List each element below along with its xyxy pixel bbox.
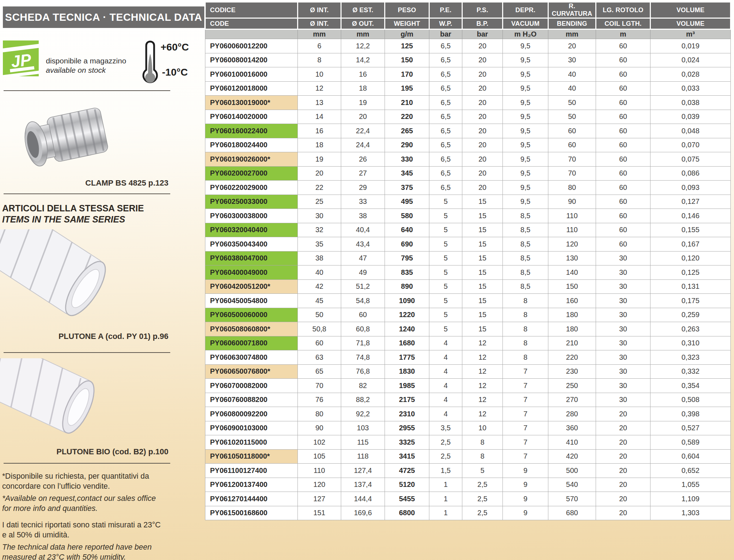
cell-value: 8,5 <box>503 251 548 265</box>
cell-value: 60 <box>596 166 650 181</box>
cell-value: 0,131 <box>650 279 731 294</box>
cell-value: 2310 <box>385 407 429 421</box>
cell-product-code: PY060190026000* <box>205 152 298 167</box>
cell-value: 7 <box>503 379 548 393</box>
cell-value: 15 <box>462 322 503 336</box>
cell-value: 7 <box>503 364 548 379</box>
cell-value: 20 <box>596 492 650 506</box>
cell-value: 6,5 <box>429 166 462 181</box>
cell-value: 0,038 <box>650 96 731 110</box>
cell-value: 8 <box>503 350 548 365</box>
cell-value: 8,5 <box>503 279 548 294</box>
cell-value: 9,5 <box>503 152 548 167</box>
cell-value: 30 <box>596 251 650 265</box>
cell-product-code: PY060900103000 <box>205 421 298 435</box>
header-row-english: CODEØ INT.Ø OUT.WEIGHTW.P.B.P.VACUUMBEND… <box>205 18 731 29</box>
table-row: PY0607600882007688,221754127270300,508 <box>205 393 731 407</box>
cell-value: 6,5 <box>429 39 462 53</box>
table-row: PY060130019000*13192106,5209,550600,038 <box>205 96 731 110</box>
cell-value: 270 <box>548 393 596 407</box>
cell-value: 8 <box>462 435 503 450</box>
header-cell: VOLUME <box>650 18 731 29</box>
cell-value: 0,527 <box>650 421 731 435</box>
cell-value: 6,5 <box>429 181 462 195</box>
cell-value: 0,093 <box>650 181 731 195</box>
cell-value: 20 <box>596 478 650 492</box>
cell-value: 15 <box>462 308 503 322</box>
unit-cell: m <box>596 29 650 39</box>
cell-product-code: PY061050118000* <box>205 449 298 464</box>
cell-value: 265 <box>385 124 429 138</box>
cell-value: 540 <box>548 478 596 492</box>
cell-value: 27 <box>341 166 385 181</box>
cell-product-code: PY060220029000 <box>205 181 298 195</box>
cell-value: 32 <box>298 223 341 237</box>
cell-value: 151 <box>298 506 341 520</box>
cell-value: 120 <box>298 478 341 492</box>
cell-value: 8 <box>503 336 548 350</box>
table-row: PY060080014200814,21506,5209,530600,024 <box>205 53 731 67</box>
cell-value: 6,5 <box>429 81 462 96</box>
cell-value: 20 <box>462 67 503 82</box>
cell-value: 65 <box>298 364 341 379</box>
cell-value: 63 <box>298 350 341 365</box>
cell-value: 30 <box>596 265 650 280</box>
cell-value: 9,5 <box>503 195 548 209</box>
cell-value: 2175 <box>385 393 429 407</box>
cell-value: 1680 <box>385 336 429 350</box>
cell-value: 1 <box>429 478 462 492</box>
cell-product-code: PY060120018000 <box>205 81 298 96</box>
cell-value: 250 <box>548 379 596 393</box>
cell-value: 14,2 <box>341 53 385 67</box>
header-cell: Ø INT. <box>298 2 341 18</box>
header-cell: P.S. <box>462 2 503 18</box>
plutone-bio-hose-photo <box>0 358 111 448</box>
cell-value: 0,155 <box>650 223 731 237</box>
cell-value: 3415 <box>385 449 429 464</box>
cell-value: 0,070 <box>650 138 731 152</box>
cell-value: 2,5 <box>462 478 503 492</box>
cell-product-code: PY061500168600 <box>205 506 298 520</box>
cell-value: 18 <box>298 138 341 152</box>
cell-value: 2,5 <box>462 506 503 520</box>
footnote-conditions-italian: I dati tecnici riportati sono stati misu… <box>2 520 173 540</box>
table-row: PY06010001600010161706,5209,540600,028 <box>205 67 731 82</box>
cell-value: 35 <box>298 237 341 252</box>
cell-value: 3,5 <box>429 421 462 435</box>
cell-product-code: PY060100016000 <box>205 67 298 82</box>
cell-value: 7 <box>503 449 548 464</box>
divider <box>4 90 170 91</box>
plutone-bio-caption: PLUTONE BIO (cod. B2) p.100 <box>0 447 168 456</box>
cell-value: 15 <box>462 294 503 308</box>
cell-value: 120 <box>548 237 596 252</box>
table-row: PY060420051200*4251,28905158,5150300,131 <box>205 279 731 294</box>
cell-value: 140 <box>548 265 596 280</box>
cell-value: 0,323 <box>650 350 731 365</box>
table-row: PY06025003300025334955159,590600,127 <box>205 195 731 209</box>
cell-value: 6,5 <box>429 67 462 82</box>
cell-value: 5 <box>429 209 462 223</box>
cell-value: 51,2 <box>341 279 385 294</box>
cell-value: 60 <box>596 223 650 237</box>
temperature-max: +60°C <box>161 42 189 53</box>
header-cell: Ø INT. <box>298 18 341 29</box>
cell-value: 20 <box>462 152 503 167</box>
cell-product-code: PY060400049000 <box>205 265 298 280</box>
cell-value: 0,033 <box>650 81 731 96</box>
cell-value: 0,175 <box>650 294 731 308</box>
cell-value: 60 <box>596 39 650 53</box>
cell-value: 105 <box>298 449 341 464</box>
header-cell: B.P. <box>462 18 503 29</box>
cell-value: 20 <box>462 181 503 195</box>
cell-value: 690 <box>385 237 429 252</box>
cell-value: 25 <box>298 195 341 209</box>
cell-value: 7 <box>503 407 548 421</box>
cell-value: 9 <box>503 464 548 478</box>
cell-value: 0,354 <box>650 379 731 393</box>
cell-value: 0,086 <box>650 166 731 181</box>
table-row: PY0603500434003543,46905158,5120600,167 <box>205 237 731 252</box>
cell-value: 0,310 <box>650 336 731 350</box>
cell-value: 1240 <box>385 322 429 336</box>
cell-value: 169,6 <box>341 506 385 520</box>
cell-value: 24,4 <box>341 138 385 152</box>
